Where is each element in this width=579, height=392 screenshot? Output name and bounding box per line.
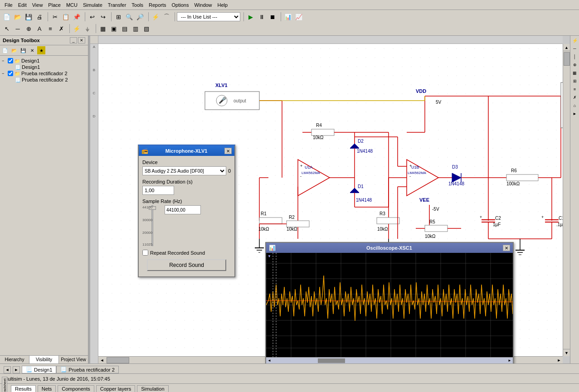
design-tab-scroll-right[interactable]: ► bbox=[13, 366, 20, 373]
bottom-tab-components[interactable]: Components bbox=[58, 385, 94, 392]
toolbox-save[interactable]: 💾 bbox=[19, 46, 27, 54]
redo-button[interactable]: ↪ bbox=[98, 12, 108, 22]
menu-simulate[interactable]: Simulate bbox=[80, 1, 105, 9]
menu-tools[interactable]: Tools bbox=[129, 1, 146, 9]
nav-tab-hierarchy[interactable]: Hierarchy bbox=[0, 356, 29, 363]
tree-checkbox-design1[interactable] bbox=[8, 58, 13, 63]
bottom-tab-nets[interactable]: Nets bbox=[38, 385, 56, 392]
pause-button[interactable]: ⏸ bbox=[257, 12, 267, 22]
toolbox-open[interactable]: 📂 bbox=[10, 46, 18, 54]
label-button[interactable]: A bbox=[34, 24, 44, 34]
properties-button[interactable]: 📊 bbox=[283, 12, 293, 22]
misc5[interactable]: ▧ bbox=[141, 24, 151, 34]
tree-item-prueba-root[interactable]: − 📁 Prueba rectificador 2 bbox=[2, 70, 86, 77]
wire-tool[interactable]: ─ bbox=[13, 24, 23, 34]
misc1[interactable]: ▦ bbox=[98, 24, 108, 34]
analysis-button[interactable]: 📈 bbox=[294, 12, 304, 22]
right-btn-6[interactable]: ⊞ bbox=[571, 77, 579, 85]
tree-toggle-design1[interactable]: − bbox=[2, 58, 6, 63]
record-sound-button[interactable]: Record Sound bbox=[147, 259, 227, 271]
menu-edit[interactable]: Edit bbox=[15, 1, 29, 9]
zoom-in-button[interactable]: 🔍 bbox=[124, 12, 134, 22]
osc-scroll-right[interactable]: ► bbox=[506, 358, 513, 364]
zoom-out-button[interactable]: 🔎 bbox=[135, 12, 145, 22]
select-button[interactable]: ↖ bbox=[2, 24, 12, 34]
stop-button[interactable]: ⏹ bbox=[268, 12, 277, 22]
place-ground[interactable]: ⏚ bbox=[83, 24, 92, 34]
new-button[interactable]: 📄 bbox=[2, 12, 12, 22]
save-button[interactable]: 💾 bbox=[24, 12, 34, 22]
component-button[interactable]: ⚡ bbox=[151, 12, 161, 22]
right-btn-3[interactable]: │ bbox=[571, 53, 579, 60]
print-button[interactable]: 🖨 bbox=[34, 12, 44, 22]
bottom-tab-copper-layers[interactable]: Copper layers bbox=[96, 385, 135, 392]
zoom-area-button[interactable]: ⊞ bbox=[113, 12, 123, 22]
hscroll-thumb[interactable] bbox=[107, 357, 129, 363]
tree-item-prueba-child[interactable]: 📃 Prueba rectificador 2 bbox=[2, 77, 86, 83]
menu-options[interactable]: Options bbox=[169, 1, 192, 9]
copy-button[interactable]: 📋 bbox=[61, 12, 71, 22]
menu-file[interactable]: File bbox=[2, 1, 15, 9]
run-button[interactable]: ▶ bbox=[246, 12, 256, 22]
right-btn-2[interactable]: ─ bbox=[571, 45, 579, 52]
duration-input[interactable] bbox=[142, 186, 174, 195]
place-power[interactable]: ⚡ bbox=[72, 24, 82, 34]
sample-rate-input[interactable] bbox=[165, 205, 201, 214]
cut-button[interactable]: ✂ bbox=[50, 12, 60, 22]
right-btn-10[interactable]: ► bbox=[571, 110, 579, 117]
mic-dialog-close[interactable]: ✕ bbox=[224, 148, 232, 154]
in-use-dropdown[interactable]: --- In Use List --- bbox=[177, 12, 240, 21]
right-btn-5[interactable]: ▦ bbox=[571, 69, 579, 77]
spreadsheet-label[interactable]: Spreadsheet bbox=[2, 377, 7, 392]
hscroll-left[interactable]: ◄ bbox=[98, 357, 106, 364]
osc-scroll-left[interactable]: ◄ bbox=[266, 358, 272, 364]
misc2[interactable]: ▣ bbox=[109, 24, 119, 34]
toolbox-new[interactable]: 📄 bbox=[1, 46, 9, 54]
menu-mcu[interactable]: MCU bbox=[63, 1, 80, 9]
vscroll-thumb[interactable] bbox=[564, 52, 570, 66]
tree-item-design1-root[interactable]: − 📁 Design1 bbox=[2, 58, 86, 64]
repeat-checkbox[interactable] bbox=[142, 250, 148, 256]
vscroll-down[interactable]: ▼ bbox=[563, 349, 570, 356]
misc3[interactable]: ▤ bbox=[120, 24, 130, 34]
misc4[interactable]: ▥ bbox=[131, 24, 141, 34]
nav-tab-visibility[interactable]: Visibility bbox=[29, 356, 59, 363]
osc-close[interactable]: ✕ bbox=[503, 245, 510, 251]
right-btn-1[interactable]: ⚡ bbox=[571, 37, 579, 44]
design-tab-scroll-left[interactable]: ◄ bbox=[4, 366, 11, 373]
paste-button[interactable]: 📌 bbox=[72, 12, 82, 22]
bus-button[interactable]: ≡ bbox=[45, 24, 55, 34]
bottom-tab-results[interactable]: Results bbox=[11, 385, 36, 392]
tree-toggle-prueba[interactable]: − bbox=[2, 71, 6, 76]
menu-view[interactable]: View bbox=[29, 1, 46, 9]
toolbox-minimize[interactable]: _ bbox=[70, 37, 77, 44]
open-button[interactable]: 📂 bbox=[13, 12, 23, 22]
device-select[interactable]: SB Audigy 2 ZS Audio [DF00] bbox=[142, 166, 226, 175]
no-connect-button[interactable]: ✗ bbox=[56, 24, 66, 34]
menu-reports[interactable]: Reports bbox=[146, 1, 169, 9]
bottom-tab-simulation[interactable]: Simulation bbox=[137, 385, 168, 392]
hscroll-right[interactable]: ► bbox=[555, 357, 563, 364]
toolbox-star[interactable]: ★ bbox=[37, 46, 45, 54]
design-tab-prueba[interactable]: 📃 Prueba rectificador 2 bbox=[56, 366, 119, 373]
osc-hscroll-track[interactable] bbox=[272, 358, 506, 363]
right-btn-9[interactable]: ⌂ bbox=[571, 102, 579, 109]
tree-checkbox-prueba[interactable] bbox=[8, 71, 13, 76]
toolbox-close[interactable]: ✕ bbox=[78, 37, 85, 44]
menu-place[interactable]: Place bbox=[45, 1, 63, 9]
menu-window[interactable]: Window bbox=[191, 1, 214, 9]
right-btn-4[interactable]: ⊕ bbox=[571, 61, 579, 68]
right-btn-8[interactable]: ✗ bbox=[571, 94, 579, 101]
tree-item-design1-child[interactable]: 📃 Design1 bbox=[2, 64, 86, 70]
osc-hscroll-thumb[interactable] bbox=[318, 358, 345, 363]
junction-button[interactable]: ⊕ bbox=[24, 24, 34, 34]
toolbox-close-doc[interactable]: ✕ bbox=[28, 46, 36, 54]
menu-help[interactable]: Help bbox=[215, 1, 231, 9]
menu-transfer[interactable]: Transfer bbox=[105, 1, 129, 9]
vscroll-up[interactable]: ▲ bbox=[563, 44, 570, 51]
wire-button[interactable]: ⌒ bbox=[161, 12, 171, 22]
vscroll-track[interactable] bbox=[563, 51, 570, 349]
undo-button[interactable]: ↩ bbox=[87, 12, 97, 22]
right-btn-7[interactable]: ≡ bbox=[571, 86, 579, 93]
nav-tab-project[interactable]: Project View bbox=[59, 356, 88, 363]
